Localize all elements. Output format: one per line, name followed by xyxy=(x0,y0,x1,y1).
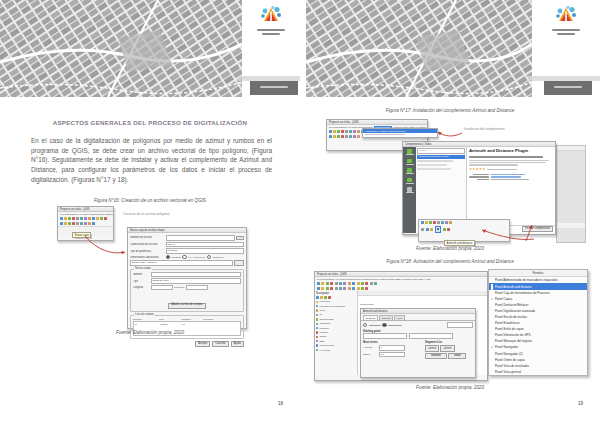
figure16-annotation: Creación de un archivo poligonal xyxy=(123,212,169,216)
toolbar-icon xyxy=(345,135,348,138)
red-arrow xyxy=(468,221,538,243)
figure17-screenshot: Proyecto sin título - QGIS Proyecto Edic… xyxy=(318,117,586,245)
plugin-search-input: Buscar xyxy=(417,148,465,154)
toolbar-icon xyxy=(348,287,351,290)
next-vertex-label: Next vertex xyxy=(363,341,421,344)
logo-text-line xyxy=(262,33,280,35)
azimuth-panel-icon xyxy=(491,284,493,290)
toolbar-icon xyxy=(317,282,320,285)
rating-stars: ★★★★★ xyxy=(469,168,486,171)
banner-text-line xyxy=(260,86,288,88)
toolbar-icon xyxy=(88,222,91,225)
toolbar-icon xyxy=(349,130,352,133)
toolbar-icon xyxy=(329,135,332,138)
file-name-field xyxy=(166,235,235,241)
radio-z xyxy=(182,255,186,259)
toolbar-icon xyxy=(328,296,331,299)
insert-button: +Insert xyxy=(440,345,454,352)
figure16-caption: Figura N°16: Creación de un archivo vect… xyxy=(30,198,270,203)
crs-picker-button xyxy=(234,260,244,266)
option-radio xyxy=(382,323,386,327)
toolbar-icon xyxy=(333,130,336,133)
toolbar-icon xyxy=(425,221,428,224)
field-list-row: id Integer 10 xyxy=(134,322,240,326)
plugin-category-icon xyxy=(407,178,412,183)
field-length-input xyxy=(151,285,173,291)
sidebar-item xyxy=(406,168,414,174)
header-map-left xyxy=(0,0,242,97)
toolbar-icon xyxy=(361,282,364,285)
toolbar-icon xyxy=(339,282,342,285)
toolbar-icon xyxy=(352,287,355,290)
toolbar-icon xyxy=(88,217,91,220)
segment-button xyxy=(448,353,466,359)
sidebar-item xyxy=(406,187,414,193)
logo-text-line xyxy=(552,29,580,31)
cancel-button: Cancelar xyxy=(212,341,228,347)
dim-option: Z (+ valores M) xyxy=(188,256,205,259)
segment-list-label: Segment List xyxy=(425,341,473,344)
toolbar-icon xyxy=(64,217,67,220)
toolbar-icon xyxy=(76,217,79,220)
figure16-screenshot: Proyecto sin título - QGIS Proyecto Edic… xyxy=(57,206,252,332)
red-arrow xyxy=(69,230,131,260)
encoding-label: Codificación del archivo xyxy=(130,243,164,246)
sidebar-item xyxy=(406,178,414,184)
toolbar-icon xyxy=(421,221,424,224)
figure17-source: Fuente: Elaboración propia, 2020 xyxy=(330,246,570,251)
toolbar-icon xyxy=(352,282,355,285)
option-radio xyxy=(363,323,367,327)
tab-help: Help xyxy=(394,315,405,320)
radio-none xyxy=(166,255,170,259)
plugin-category-icon xyxy=(407,159,412,164)
toolbar-icon xyxy=(337,135,340,138)
encoding-field: UTF-8 xyxy=(166,242,245,248)
geometry-type-field: Polígono xyxy=(166,248,245,254)
toolbar-icon xyxy=(343,282,346,285)
institution-logo xyxy=(259,5,283,27)
panels-context-menu: Paneles Panel Administrador de marcadore… xyxy=(488,269,588,376)
toolbar-icon xyxy=(341,135,344,138)
toolbar-icon xyxy=(335,287,338,290)
panel-menu-item: Panel Vista general xyxy=(489,369,587,375)
body-paragraph: En el caso de la digitalización de políg… xyxy=(31,136,272,185)
list-header: Precisión xyxy=(203,318,213,321)
toolbar-icon xyxy=(441,221,444,224)
tab-drawing: Drawing xyxy=(363,315,378,320)
page-number-left: 18 xyxy=(278,401,283,406)
toolbar-icon xyxy=(100,217,103,220)
toolbar-icon xyxy=(60,222,63,225)
toolbar-icon xyxy=(326,287,329,290)
toolbar-icon xyxy=(353,130,356,133)
toolbar-icon xyxy=(330,287,333,290)
toolbar-icon xyxy=(449,221,452,224)
toolbar-icon xyxy=(349,135,352,138)
toolbar-icon xyxy=(72,217,75,220)
offset-label: Offset xyxy=(363,353,377,356)
plugin-title: Azimuth and Distance Plugin xyxy=(469,149,531,154)
header-column-left xyxy=(242,0,300,97)
figure18-source: Fuente: Elaboración propia, 2020 xyxy=(330,385,570,390)
toolbar-icon xyxy=(357,287,360,290)
toolbar-icon xyxy=(365,287,368,290)
toolbar-icon xyxy=(421,228,424,231)
toolbar-icon xyxy=(443,228,446,231)
list-header: Nombre xyxy=(133,318,159,321)
list-header: Tipo xyxy=(159,318,181,321)
toolbar-icon xyxy=(324,296,327,299)
toolbar-icon xyxy=(333,135,336,138)
dimensions-label: Dimensiones adicionales xyxy=(130,256,164,259)
toolbar-icon xyxy=(426,228,429,231)
toolbar-icon xyxy=(345,130,348,133)
dim-option: Ninguna xyxy=(171,256,180,259)
field-precision-input xyxy=(186,285,208,291)
background-window xyxy=(556,145,586,243)
toolbar-icon xyxy=(343,287,346,290)
segment-button xyxy=(425,353,447,359)
logo-text-line xyxy=(257,29,285,31)
panels-menu-title: Paneles xyxy=(489,270,587,277)
sidebar-item xyxy=(406,159,414,165)
browser-tree-item: XYZ Tiles xyxy=(316,348,356,352)
field-type-label: Tipo xyxy=(133,280,149,283)
toolbar-icon xyxy=(96,217,99,220)
